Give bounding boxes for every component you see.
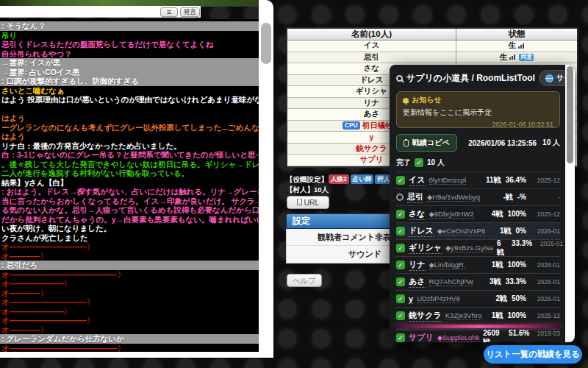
chat-line: 。後々残しても大した発言できやしない奴は初日に吊る。ギリシャ→ドレス票。あさ→銃…	[0, 160, 259, 169]
fetched-timestamp: 2026/01/06 13:25:56	[468, 139, 537, 147]
fetched-count: 10 人	[542, 138, 560, 148]
popup-player-row[interactable]: ✓さな◆9Dbrjx0HW24戦100%2025-12	[396, 205, 560, 222]
chat-line: る気のない人かな。忌引→人狼って言いくるめも説得も必要なんだから口が悪いとそれが…	[0, 205, 259, 215]
popup-player-name: イス	[409, 174, 426, 186]
check-icon: ✓	[396, 227, 405, 236]
copy-results-button[interactable]: 戦績コピペ	[396, 134, 457, 152]
chat-line: : 口調が攻撃的すぎるし、防御的すぎる	[0, 77, 259, 86]
chat-line: オ——————————〉	[0, 316, 259, 325]
popup-player-stats: 6戦33.3%2026-01	[497, 239, 563, 258]
win-rate: 100%	[507, 311, 526, 319]
chat-line: オ——————————————〉	[0, 270, 259, 280]
popup-player-row[interactable]: 忌引◆H9a/1vdWebyq-戦-%-	[396, 188, 560, 205]
check-icon: ✓	[415, 158, 423, 167]
popup-player-row[interactable]: ✓あさRQ7AhChjPW3戦33.3%2026-01	[396, 273, 560, 290]
player-name: 忌引	[364, 52, 379, 63]
chat-line: : グレーランダムだから仕方ないか	[0, 334, 259, 344]
chat-line: オ——————————————〉	[0, 344, 259, 353]
popup-player-stats: 2戦50%2026-01	[495, 294, 560, 304]
chat-line: オ——————————〉	[0, 242, 259, 252]
popup-player-name: あさ	[409, 276, 426, 288]
games-count: 6戦	[497, 239, 507, 258]
role-settings-label: 【役職設定】	[286, 175, 328, 183]
games-count: 1戦	[500, 226, 512, 236]
popup-player-name: ドレス	[409, 225, 434, 237]
popup-player-stats: 1戦100%2026-01	[492, 260, 560, 270]
state-label: 生	[509, 40, 517, 51]
popup-player-id: ◆Lin/blqgR.	[429, 261, 466, 269]
popup-player-row[interactable]: ✓イス0lyHDmzcpl11戦36.4%2025-12	[396, 171, 560, 188]
win-rate: 50%	[512, 294, 526, 302]
player-name-cell: 忌引	[287, 52, 456, 63]
player-name: ドレス	[359, 75, 383, 85]
popup-player-row[interactable]: ✓リナ◆Lin/blqgR.1戦100%2026-01	[396, 256, 560, 273]
popup-player-name: リナ	[409, 259, 426, 271]
player-name: イス	[364, 40, 380, 51]
send-message-button[interactable]: 発言	[180, 7, 200, 17]
player-state-cell: 生同意	[456, 52, 577, 63]
composer-menu-button[interactable]: ≡	[160, 7, 178, 17]
chat-line: ーグレランなのになんも考えずにグレー以外投票してしまった...ごめんなさい！！	[0, 123, 259, 132]
check-icon: ✓	[396, 244, 405, 252]
popup-player-row[interactable]: ✓yUDzbP4zHV82戦50%2026-01	[396, 290, 560, 307]
globe-icon	[545, 74, 553, 82]
popup-player-row[interactable]: ✓ドレス◆eCeOn2VxP61戦0%2026-01	[396, 222, 560, 239]
popup-title: サプリの小道具 / RoomListTool	[406, 72, 535, 85]
check-icon: ✓	[396, 333, 405, 342]
chat-log[interactable]: : そうなん？吊り忌引くドレスもただの盤面荒らしてるだけで居なくてよくね自分吊ら…	[0, 19, 259, 352]
chat-line: : 忌引だろ	[0, 261, 259, 270]
name-column-header: 名前(10人)	[287, 29, 456, 40]
popup-player-name: サプリ	[409, 332, 434, 342]
chat-line: 自分吊られるやつ？	[0, 49, 259, 59]
last-played-date: 2018-03	[534, 330, 560, 337]
games-count: 1戦	[492, 311, 503, 321]
popup-player-stats: 11戦36.4%2025-12	[486, 175, 560, 185]
last-played-date: 2025-12	[531, 312, 560, 319]
popup-player-stats: 2609戦51.6%2018-03	[483, 329, 560, 343]
popup-player-name: ギリシャ	[409, 242, 442, 254]
chat-line: 白：3-1じゃないのにグレー吊る？と疑問系で聞いてきたのが怪しいと思ったから	[0, 150, 259, 160]
signal-bars-icon	[518, 43, 525, 49]
popup-player-id: UDzbP4zHV8	[417, 294, 460, 303]
help-button[interactable]: ヘルプ	[287, 274, 322, 287]
popup-scrollbar-track[interactable]	[565, 65, 575, 342]
role-badge-blue: 占い師	[351, 174, 374, 184]
chat-scrollbar-thumb[interactable]	[261, 23, 271, 64]
chat-line: : おはよう。ドレス→探す気がない、占いにだけは触れる。リナ→グレーを見る、あと…	[0, 187, 259, 197]
popup-scrollbar-thumb[interactable]	[567, 66, 573, 163]
pink-divider	[396, 325, 560, 328]
view-list-results-button[interactable]: リスト一覧の戦績を見る	[484, 345, 582, 364]
done-label: 完了	[396, 158, 411, 168]
done-count: 10 人	[427, 158, 445, 168]
games-count: 2609戦	[483, 329, 504, 343]
chat-line: オ————〉	[0, 325, 259, 335]
chat-line: い夜が明け、朝になりました。	[0, 224, 259, 233]
win-rate: 51.6%	[509, 329, 529, 337]
popup-player-list: ✓イス0lyHDmzcpl11戦36.4%2025-12忌引◆H9a/1vdWe…	[396, 171, 560, 342]
popup-player-row[interactable]: ✓サプリ◆SuppleLohk2609戦51.6%2018-03	[396, 329, 560, 342]
site-button[interactable]: サイト	[539, 70, 565, 86]
player-name: 銃サクラ	[356, 144, 387, 154]
chat-line: オ————〉	[0, 252, 259, 261]
chat-line: だから批判されてんちゃうの。y→白要素も黒要素もない。噛まれればいいなってだけ。	[0, 215, 259, 224]
check-icon: ✓	[396, 277, 405, 286]
win-rate: 36.4%	[506, 176, 526, 184]
popup-player-row[interactable]: ✓銃サクラK3Zjx3Vhro1戦100%2025-12	[396, 307, 560, 324]
url-copy-button[interactable]: URL	[287, 196, 329, 209]
win-rate: 33.3%	[506, 277, 526, 286]
chat-line: 吊り	[0, 31, 259, 40]
popup-player-stats: -戦-%-	[503, 192, 560, 202]
games-count: 4戦	[492, 209, 503, 219]
chat-line: 当に言ったからおかしくなってるだろ。イス→印象が良いだけ。 サクラ→挽回する気が…	[0, 197, 259, 206]
games-count: -戦	[503, 192, 512, 202]
win-rate: 33.3%	[512, 239, 532, 247]
table-row[interactable]: 忌引生同意	[287, 52, 577, 64]
table-row[interactable]: イス生	[287, 40, 577, 52]
win-rate: 100%	[507, 261, 526, 269]
chat-line: はよう	[0, 132, 259, 141]
games-count: 2戦	[495, 294, 507, 304]
win-rate: -%	[517, 193, 526, 201]
popup-player-row[interactable]: ✓ギリシャ◆y9xBzs.Gyisa6戦33.3%2026-01	[396, 239, 560, 256]
popup-player-id: K3Zjx3Vhro	[445, 311, 482, 320]
chat-line: →霊界: イスが黒	[0, 58, 259, 68]
